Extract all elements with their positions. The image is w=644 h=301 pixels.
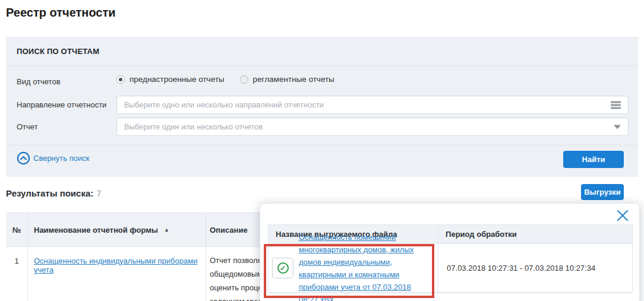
exports-button[interactable]: Выгрузки (581, 184, 624, 200)
chevron-up-circle-icon (17, 151, 30, 165)
report-input[interactable] (117, 118, 628, 135)
row-name-cell: Оснащенность индивидуальными приборами у… (28, 247, 206, 301)
report-label: Отчет (17, 122, 38, 131)
col-header-name[interactable]: Наименование отчетной формы ▲ (28, 213, 206, 246)
report-type-label: Вид отчетов (17, 77, 61, 86)
col-header-num: № (6, 213, 28, 246)
report-registry-page: Реестр отчетности ПОИСК ПО ОТЧЕТАМ Вид о… (0, 0, 644, 301)
radio-preconfigured-label: преднастроенные отчеты (130, 75, 225, 84)
direction-input[interactable] (117, 96, 628, 113)
radio-preconfigured-reports[interactable]: преднастроенные отчеты (116, 75, 225, 84)
exports-table: Название выгружаемого файла Период обраб… (268, 224, 633, 293)
chevron-down-icon[interactable] (614, 125, 621, 129)
export-file-cell: ✓ Оснащенность помещений многоквартирных… (269, 244, 438, 292)
collapse-search-label: Свернуть поиск (33, 154, 89, 163)
radio-unselected-icon[interactable] (240, 75, 248, 84)
success-check-icon: ✓ (277, 262, 289, 274)
results-summary: Результаты поиска:7 (6, 188, 102, 198)
results-label: Результаты поиска: (6, 188, 93, 198)
export-file-link[interactable]: Оснащенность помещений многоквартирных д… (299, 231, 437, 301)
search-panel-header: ПОИСК ПО ОТЧЕТАМ (6, 37, 638, 66)
col-header-period: Период обработки (438, 225, 632, 243)
radio-regulated-label: регламентные отчеты (253, 75, 334, 84)
radio-regulated-reports[interactable]: регламентные отчеты (240, 75, 334, 84)
search-panel: ПОИСК ПО ОТЧЕТАМ Вид отчетов преднастрое… (6, 37, 638, 177)
sort-asc-icon[interactable]: ▲ (164, 227, 169, 233)
search-panel-title: ПОИСК ПО ОТЧЕТАМ (17, 47, 99, 56)
row-number-cell: 1 (6, 247, 28, 301)
page-title: Реестр отчетности (6, 6, 116, 20)
radio-selected-icon[interactable] (116, 75, 125, 84)
report-type-radio-group: преднастроенные отчеты регламентные отче… (116, 75, 334, 84)
direction-label: Направление отчетности (17, 100, 106, 109)
results-count: 7 (96, 188, 101, 198)
collapse-search-link[interactable]: Свернуть поиск (17, 151, 89, 165)
list-menu-icon[interactable] (611, 100, 621, 110)
close-icon[interactable] (614, 207, 631, 224)
find-button[interactable]: Найти (563, 151, 624, 168)
export-period-cell: 07.03.2018 10:27:31 - 07.03.2018 10:27:3… (438, 244, 632, 292)
exports-popup: Название выгружаемого файла Период обраб… (260, 203, 640, 301)
report-form-link[interactable]: Оснащенность индивидуальными приборами у… (34, 256, 206, 274)
panel-divider (6, 145, 638, 145)
direction-select-field[interactable] (116, 96, 629, 114)
status-chip: ✓ (272, 258, 293, 278)
report-select-field[interactable] (116, 118, 629, 136)
exports-table-row: ✓ Оснащенность помещений многоквартирных… (269, 244, 632, 293)
